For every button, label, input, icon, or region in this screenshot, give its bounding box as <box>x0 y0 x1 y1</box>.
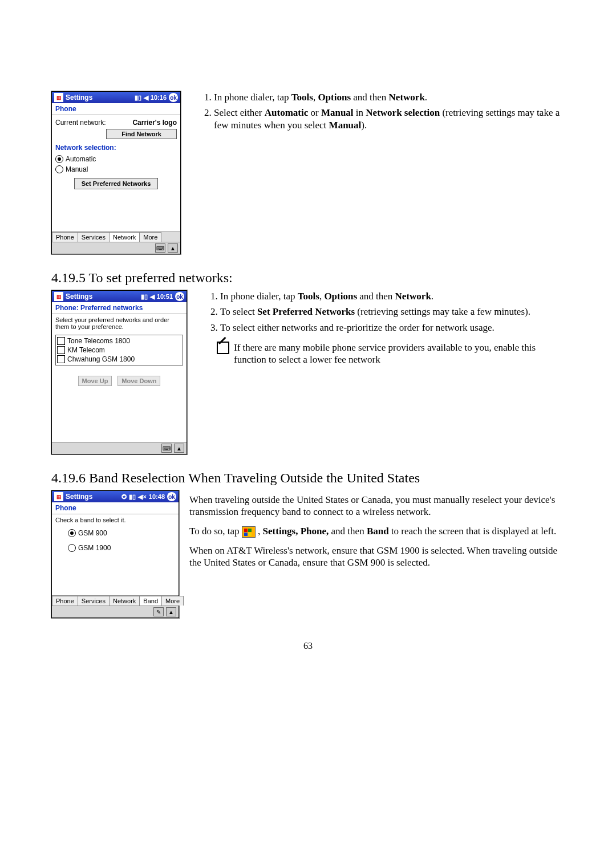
pen-icon[interactable]: ✎ <box>153 607 164 616</box>
titlebar: ⊞ Settings ▮▯ ◀ 10:51 ok <box>52 291 187 302</box>
document-page: ⊞ Settings ▮▯ ◀ 10:16 ok Phone Current n… <box>0 0 616 674</box>
network-listbox[interactable]: Tone Telecoms 1800 KM Telecom Chwahung G… <box>55 335 183 365</box>
tab-more[interactable]: More <box>139 232 161 242</box>
band-instruction: Check a band to select it. <box>52 514 179 526</box>
ok-button[interactable]: ok <box>167 492 176 501</box>
signal-icon: ▮▯ <box>135 94 141 101</box>
heading-4-19-6: 4.19.6 Band Reselection When Traveling O… <box>51 470 565 486</box>
keyboard-icon[interactable]: ⌨ <box>155 243 165 253</box>
signal-icon: ▮▯ <box>141 293 148 300</box>
tab-services[interactable]: Services <box>78 232 110 242</box>
list-item-label: KM Telecom <box>67 346 105 354</box>
tab-services[interactable]: Services <box>78 596 110 606</box>
start-flag-icon <box>242 526 256 538</box>
ok-button[interactable]: ok <box>175 292 184 301</box>
radio-dot-icon <box>68 544 76 552</box>
list-item[interactable]: Tone Telecoms 1800 <box>57 336 181 346</box>
instruction-2: Select either Automatic or Manual in Net… <box>214 107 565 131</box>
instructions-preferred-networks: In phone dialer, tap Tools, Options and … <box>197 290 565 365</box>
row-network-selection: ⊞ Settings ▮▯ ◀ 10:16 ok Phone Current n… <box>51 91 565 254</box>
radio-automatic-label: Automatic <box>66 155 96 163</box>
radio-gsm1900-label: GSM 1900 <box>78 544 111 552</box>
move-up-button[interactable]: Move Up <box>78 376 112 386</box>
input-panel-bar: ✎ ▲ <box>52 606 179 618</box>
checkbox-icon[interactable] <box>57 346 65 354</box>
instructions-network-selection: In phone dialer, tap Tools, Options and … <box>191 91 565 135</box>
radio-automatic[interactable]: Automatic <box>55 154 177 164</box>
row-preferred-networks: ⊞ Settings ▮▯ ◀ 10:51 ok Phone: Preferre… <box>51 290 565 454</box>
input-panel-bar: ⌨ ▲ <box>52 242 180 254</box>
current-network-section: Current network: Carrier's logo Find Net… <box>52 115 180 141</box>
subtitle-preferred: Phone: Preferred networks <box>52 302 187 314</box>
speaker-icon: ◀ <box>144 94 148 101</box>
tabs-bar: Phone Services Network Band More <box>52 595 179 606</box>
note-low-fee: If there are many mobile phone service p… <box>217 342 565 366</box>
clock-text: 10:51 <box>157 293 173 300</box>
prose-band-reselection: When traveling outside the United States… <box>189 490 565 575</box>
start-flag-icon: ⊞ <box>54 93 63 102</box>
sip-up-icon[interactable]: ▲ <box>174 444 184 453</box>
titlebar: ⊞ Settings ✪ ▮▯ ◀× 10:48 ok <box>52 491 179 502</box>
ok-button[interactable]: ok <box>169 93 178 102</box>
find-network-button[interactable]: Find Network <box>106 129 177 139</box>
radio-gsm-900[interactable]: GSM 900 <box>68 528 175 538</box>
speaker-mute-icon: ◀× <box>138 493 146 501</box>
status-icons: ▮▯ ◀ 10:16 <box>135 94 167 101</box>
paragraph-2: To do so, tap , Settings, Phone, and the… <box>189 525 565 538</box>
note-text: If there are many mobile phone service p… <box>234 342 565 366</box>
checkbox-icon[interactable] <box>57 355 65 363</box>
instruction-1: In phone dialer, tap Tools, Options and … <box>220 290 565 302</box>
sip-up-icon[interactable]: ▲ <box>168 243 178 253</box>
page-number: 63 <box>51 641 565 651</box>
tab-more[interactable]: More <box>161 596 184 606</box>
status-icons: ✪ ▮▯ ◀× 10:48 <box>121 493 165 501</box>
radio-dot-selected-icon <box>68 529 76 537</box>
heading-4-19-5: 4.19.5 To set preferred networks: <box>51 270 565 286</box>
current-network-label: Current network: <box>55 119 106 127</box>
tab-phone[interactable]: Phone <box>52 232 78 242</box>
instruction-3: To select either networks and re-priorit… <box>220 322 565 334</box>
radio-manual-label: Manual <box>66 165 88 173</box>
tab-phone[interactable]: Phone <box>52 596 78 606</box>
radio-gsm-1900[interactable]: GSM 1900 <box>68 543 175 553</box>
title-text: Settings <box>66 493 92 501</box>
start-flag-icon: ⊞ <box>54 292 63 301</box>
preferred-instructions: Select your preferred networks and order… <box>52 314 187 332</box>
set-preferred-networks-button[interactable]: Set Preferred Networks <box>74 178 159 189</box>
radio-manual[interactable]: Manual <box>55 164 177 174</box>
current-network-value: Carrier's logo <box>132 119 177 127</box>
screenshot-preferred-networks: ⊞ Settings ▮▯ ◀ 10:51 ok Phone: Preferre… <box>51 290 187 454</box>
list-item[interactable]: KM Telecom <box>57 346 181 355</box>
paragraph-3: When on AT&T Wireless's network, ensure … <box>189 545 565 569</box>
status-icons: ▮▯ ◀ 10:51 <box>141 293 173 300</box>
instruction-2: To select Set Preferred Networks (retrie… <box>220 306 565 318</box>
list-item-label: Tone Telecoms 1800 <box>67 337 130 345</box>
keyboard-icon[interactable]: ⌨ <box>161 444 172 453</box>
tab-band[interactable]: Band <box>139 596 162 606</box>
move-down-button[interactable]: Move Down <box>117 376 160 386</box>
network-selection-label: Network selection: <box>52 141 180 152</box>
subtitle-phone: Phone <box>52 103 180 115</box>
screenshot-band-select: ⊞ Settings ✪ ▮▯ ◀× 10:48 ok Phone Check … <box>51 490 179 618</box>
clock-text: 10:48 <box>149 493 165 500</box>
start-flag-icon: ⊞ <box>54 492 63 501</box>
input-panel-bar: ⌨ ▲ <box>52 442 187 454</box>
note-icon <box>217 342 229 354</box>
checkbox-icon[interactable] <box>57 337 65 345</box>
instruction-1: In phone dialer, tap Tools, Options and … <box>214 91 565 103</box>
list-item-label: Chwahung GSM 1800 <box>67 355 135 363</box>
subtitle-phone: Phone <box>52 502 179 514</box>
title-text: Settings <box>66 293 92 300</box>
radio-gsm900-label: GSM 900 <box>78 529 107 537</box>
speaker-icon: ◀ <box>150 293 155 300</box>
radio-dot-selected-icon <box>55 155 63 163</box>
tab-network[interactable]: Network <box>109 232 140 242</box>
row-band-reselection: ⊞ Settings ✪ ▮▯ ◀× 10:48 ok Phone Check … <box>51 490 565 618</box>
tabs-bar: Phone Services Network More <box>52 231 180 242</box>
tab-network[interactable]: Network <box>109 596 140 606</box>
titlebar: ⊞ Settings ▮▯ ◀ 10:16 ok <box>52 92 180 103</box>
screenshot-phone-network: ⊞ Settings ▮▯ ◀ 10:16 ok Phone Current n… <box>51 91 181 254</box>
clock-text: 10:16 <box>151 94 167 101</box>
list-item[interactable]: Chwahung GSM 1800 <box>57 355 181 364</box>
sip-up-icon[interactable]: ▲ <box>166 607 176 616</box>
